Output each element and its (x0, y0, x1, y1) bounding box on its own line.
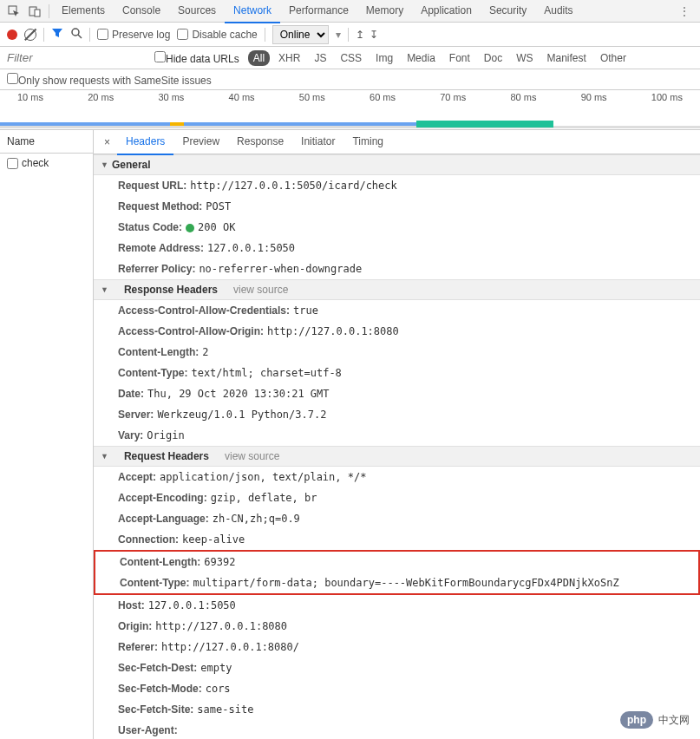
header-row: Content-Length:2 (94, 342, 700, 363)
request-checkbox[interactable] (7, 158, 18, 169)
header-value: gzip, deflate, br (211, 490, 317, 506)
filter-chip-doc[interactable]: Doc (479, 50, 507, 66)
throttling-settings-icon[interactable]: ▾ (336, 29, 341, 41)
header-row: Sec-Fetch-Site:same-site (94, 699, 700, 720)
status-dot-icon (186, 224, 194, 232)
tab-security[interactable]: Security (481, 0, 535, 23)
upload-har-icon[interactable]: ↥ (356, 29, 364, 41)
header-row: Sec-Fetch-Mode:cors (94, 678, 700, 699)
section-title: Response Headers (124, 284, 218, 296)
header-key: Connection: (118, 532, 179, 547)
timeline-bar (0, 122, 416, 126)
timeline-overview[interactable]: 10 ms20 ms30 ms40 ms50 ms60 ms70 ms80 ms… (0, 90, 700, 130)
header-key: Accept: (118, 469, 156, 485)
detail-tab-initiator[interactable]: Initiator (292, 130, 343, 154)
filter-chip-all[interactable]: All (248, 50, 270, 66)
separator (348, 28, 349, 42)
filter-chip-font[interactable]: Font (444, 50, 475, 66)
header-key: Access-Control-Allow-Credentials: (118, 303, 290, 318)
filter-chip-css[interactable]: CSS (335, 50, 367, 66)
tab-network[interactable]: Network (225, 0, 280, 23)
tab-elements[interactable]: Elements (53, 0, 114, 23)
header-value: no-referrer-when-downgrade (199, 261, 362, 277)
header-row: Referrer Policy:no-referrer-when-downgra… (94, 258, 700, 279)
tab-console[interactable]: Console (114, 0, 169, 23)
header-key: Sec-Fetch-Mode: (118, 681, 202, 696)
detail-tab-timing[interactable]: Timing (343, 130, 392, 154)
detail-tab-preview[interactable]: Preview (173, 130, 228, 154)
header-row: Access-Control-Allow-Credentials:true (94, 300, 700, 321)
filter-chip-img[interactable]: Img (370, 50, 398, 66)
request-row[interactable]: check (0, 154, 93, 173)
throttling-select[interactable]: Online (272, 25, 329, 44)
header-key: Access-Control-Allow-Origin: (118, 324, 264, 339)
tab-application[interactable]: Application (412, 0, 481, 23)
header-value: cors (206, 681, 231, 696)
filter-chip-xhr[interactable]: XHR (273, 50, 305, 66)
header-key: Request URL: (118, 178, 186, 193)
header-key: Vary: (118, 428, 143, 443)
record-button[interactable] (7, 29, 17, 40)
filter-chip-media[interactable]: Media (402, 50, 441, 66)
view-source-link[interactable]: view source (225, 450, 279, 462)
filter-chip-other[interactable]: Other (595, 50, 631, 66)
timeline-tick: 20 ms (88, 92, 114, 102)
more-menu-icon[interactable]: ⋮ (672, 5, 697, 17)
inspect-icon[interactable] (7, 4, 21, 18)
filter-input[interactable] (7, 51, 146, 64)
view-source-link[interactable]: view source (233, 284, 288, 296)
caret-down-icon: ▼ (101, 285, 108, 294)
header-key: Referer: (118, 639, 158, 655)
section-header[interactable]: ▼General (94, 154, 700, 175)
filter-bar: Hide data URLs AllXHRJSCSSImgMediaFontDo… (0, 47, 700, 69)
detail-tab-response[interactable]: Response (228, 130, 292, 154)
tab-audits[interactable]: Audits (535, 0, 581, 23)
header-value: 127.0.0.1:5050 (148, 598, 236, 613)
header-key: Sec-Fetch-Dest: (118, 660, 197, 676)
header-row: Connection:keep-alive (94, 529, 700, 550)
header-value: Origin (147, 428, 184, 443)
filter-chip-ws[interactable]: WS (511, 50, 538, 66)
section-header[interactable]: ▼Response Headersview source (94, 279, 700, 300)
header-key: Sec-Fetch-Site: (118, 702, 193, 717)
header-key: Status Code: (118, 219, 182, 235)
header-value: keep-alive (182, 532, 245, 547)
header-row: Access-Control-Allow-Origin:http://127.0… (94, 321, 700, 342)
devtools-tabstrip: ElementsConsoleSourcesNetworkPerformance… (0, 0, 700, 23)
separator (49, 4, 49, 18)
samesite-checkbox[interactable]: Only show requests with SameSite issues (7, 73, 212, 87)
tab-memory[interactable]: Memory (357, 0, 412, 23)
tab-sources[interactable]: Sources (169, 0, 225, 23)
header-row: Content-Type:text/html; charset=utf-8 (94, 363, 700, 383)
section-header[interactable]: ▼Request Headersview source (94, 446, 700, 467)
request-list-pane: Name check (0, 130, 94, 739)
header-row: User-Agent:Mozilla/5.0 (Windows NT 6.1; … (94, 720, 700, 739)
search-icon[interactable] (70, 27, 82, 42)
header-key: Request Method: (118, 199, 202, 214)
separator (265, 28, 265, 42)
name-column-header[interactable]: Name (0, 130, 93, 154)
device-toggle-icon[interactable] (28, 4, 42, 18)
download-har-icon[interactable]: ↧ (370, 29, 378, 41)
header-value: 200 OK (186, 219, 235, 235)
header-value: http://127.0.0.1:8080/ (161, 639, 299, 655)
tab-performance[interactable]: Performance (280, 0, 357, 23)
filter-chip-js[interactable]: JS (309, 50, 331, 66)
header-value: 127.0.0.1:5050 (207, 240, 295, 256)
request-detail-pane: × HeadersPreviewResponseInitiatorTiming … (94, 130, 700, 739)
header-row: Sec-Fetch-Dest:empty (94, 657, 700, 678)
detail-tab-headers[interactable]: Headers (117, 130, 173, 155)
filter-toggle-icon[interactable] (51, 27, 63, 42)
disable-cache-checkbox[interactable]: Disable cache (177, 29, 257, 41)
hide-data-urls-checkbox[interactable]: Hide data URLs (154, 51, 239, 65)
timeline-tick: 50 ms (299, 92, 325, 102)
header-key: Content-Type: (120, 575, 189, 591)
filter-chip-manifest[interactable]: Manifest (542, 50, 592, 66)
close-detail-icon[interactable]: × (97, 136, 117, 148)
preserve-log-checkbox[interactable]: Preserve log (97, 29, 170, 41)
timeline-tick: 10 ms (17, 92, 43, 102)
header-value: application/json, text/plain, */* (160, 469, 366, 485)
clear-button[interactable] (24, 29, 36, 41)
separator (43, 28, 44, 42)
svg-rect-2 (35, 10, 40, 16)
